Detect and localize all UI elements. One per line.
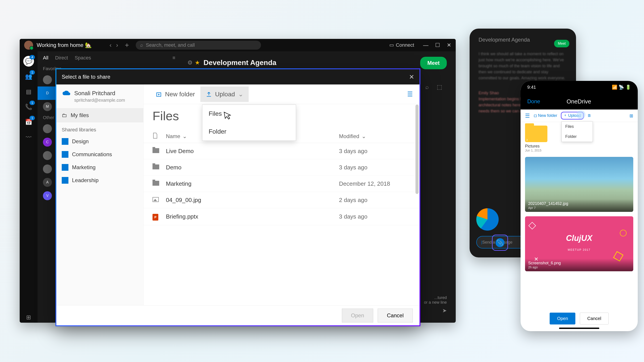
phone-toolbar: ☰ New folder Upload Files Folder 🗎 ⊞ [520,109,638,122]
file-icon [152,132,158,139]
image-label: 20210407_141452.jpgApr 7 [525,199,633,212]
phone-upload-dropdown: Files Folder [562,121,593,142]
star-icon[interactable]: ★ [195,59,200,66]
phone-attach-button[interactable]: 📎 [492,235,508,251]
picker-sidebar: Sonali Pritchard spritchard@example.com … [56,84,144,305]
folder-icon: 3 [525,126,548,142]
onedrive-icon [62,90,71,96]
phone-dd-folder[interactable]: Folder [562,132,592,142]
library-icon [62,138,68,145]
shared-libraries-header: Shared libraries [56,122,143,135]
file-row[interactable]: Demo3 days ago [144,159,420,176]
apps-icon[interactable]: ⊞ [23,312,34,323]
upload-dropdown: Files Folder [202,105,296,141]
user-avatar[interactable] [24,41,33,50]
file-row[interactable]: PBriefing.pptx3 days ago [144,208,420,225]
hamburger-icon[interactable]: ☰ [525,113,530,119]
contacts-icon[interactable]: ▤ [23,86,34,97]
library-design[interactable]: Design [56,135,143,148]
back-icon[interactable]: ‹ [110,41,112,49]
teams-icon[interactable]: 👥1 [23,71,34,82]
chevron-down-icon: ⌄ [182,133,187,139]
hint-text: ...turedor a new line [424,295,447,305]
phone-file-icon[interactable]: 🗎 [588,113,592,118]
my-files-item[interactable]: 🗀 My files [56,108,143,122]
done-button[interactable]: Done [527,98,540,105]
analytics-icon[interactable]: 〰 [23,132,34,143]
cluj-logo: ClujUX [566,234,592,243]
phone-open-button[interactable]: Open [550,313,575,325]
file-row[interactable]: 04_09_00.jpg2 days ago [144,192,420,208]
phone-title: OneDrive [540,98,618,105]
scrollbar[interactable] [416,105,418,194]
toolbar: New folder Upload ⌄ ☰ [144,84,420,104]
phone-meet-button[interactable]: Meet [554,40,569,47]
folder-icon [152,181,159,186]
minimize-icon[interactable]: — [423,42,428,48]
forward-icon[interactable]: › [116,41,118,49]
upload-button[interactable]: Upload ⌄ [200,86,249,102]
phone-dd-files[interactable]: Files [562,122,592,132]
file-row[interactable]: MarketingDecember 12, 2018 [144,176,420,192]
search-icon: ⌕ [140,42,143,48]
chat-icon[interactable]: 💬4 [23,56,34,67]
picker-main: New folder Upload ⌄ ☰ Files Folder Files… [144,84,420,305]
filter-icon[interactable]: ≡ [172,55,175,61]
connect-icon: ▭ [389,42,394,48]
folder-icon [152,148,159,153]
folder-icon: 🗀 [62,112,67,118]
connect-button[interactable]: ▭ Connect [389,42,414,48]
modal-footer: Open Cancel [56,305,420,325]
new-folder-button[interactable]: New folder [150,87,200,102]
grid-view-icon[interactable]: ⊞ [630,113,633,118]
phone-newfolder-icon[interactable]: New folder [534,113,557,118]
phone-content: 3 Pictures Jun 1, 2015 20210407_141452.j… [520,122,638,275]
folder-icon [152,164,159,169]
tab-all[interactable]: All [43,55,48,61]
plus-icon[interactable]: + [125,41,129,49]
calls-icon[interactable]: 📞1 [23,101,34,112]
close-icon[interactable]: ✕ [447,42,451,48]
file-row[interactable]: Live Demo3 days ago [144,143,420,159]
phone-time: 9:41 [527,85,536,90]
phone-image-item[interactable]: ✕ ClujUX MEETUP 2017 Screenshot_6.png2h … [525,216,633,271]
nav-tabs: All Direct Spaces ≡ [38,51,181,64]
phone-footer: Open Cancel [520,313,638,325]
library-leadership[interactable]: Leadership [56,174,143,187]
close-icon[interactable]: ✕ [409,73,414,81]
whiteboard-icon[interactable]: ⬚ [437,84,442,90]
home-indicator[interactable] [559,328,599,329]
space-title: Development Agenda [204,58,276,67]
search-space-icon[interactable]: ⌕ [425,84,429,90]
modal-title: Select a file to share [62,74,110,80]
paperclip-icon: 📎 [496,238,504,247]
search-input[interactable]: ⌕ Search, meet, and call [136,41,261,50]
touch-indicator [576,110,586,119]
phone-upload-button[interactable]: Upload Files Folder [561,112,584,120]
status-text[interactable]: Working from home 🏡 [37,42,92,48]
gear-icon[interactable]: ⚙ [188,59,192,66]
titlebar: Working from home 🏡 ‹ › + ⌕ Search, meet… [20,39,456,51]
phone-navbar: Done OneDrive [520,93,638,109]
meet-button[interactable]: Meet [420,57,447,69]
dropdown-files[interactable]: Files [202,105,296,123]
left-rail: 💬4 👥1 ▤ 📞1 📅1 〰 ⊞ [20,51,38,323]
tab-spaces[interactable]: Spaces [75,55,91,61]
col-modified[interactable]: Modified⌄ [339,132,410,140]
calendar-icon[interactable]: 📅1 [23,117,34,127]
library-communications[interactable]: Communications [56,148,143,161]
powerpoint-icon: P [152,214,158,221]
phone-cancel-button[interactable]: Cancel [580,313,608,325]
dropdown-folder[interactable]: Folder [202,123,296,141]
library-marketing[interactable]: Marketing [56,161,143,174]
phone-folder-item[interactable]: 3 Pictures Jun 1, 2015 [525,126,548,152]
nav-arrows: ‹ › [110,41,118,49]
cancel-button[interactable]: Cancel [378,309,413,323]
maximize-icon[interactable]: ☐ [435,42,440,48]
view-toggle-icon[interactable]: ☰ [407,90,413,98]
phone-image-item[interactable]: 20210407_141452.jpgApr 7 [525,157,633,212]
chevron-down-icon: ⌄ [238,90,243,98]
send-icon[interactable]: ➤ [442,308,447,314]
tab-direct[interactable]: Direct [55,55,68,61]
upload-icon [206,91,212,97]
